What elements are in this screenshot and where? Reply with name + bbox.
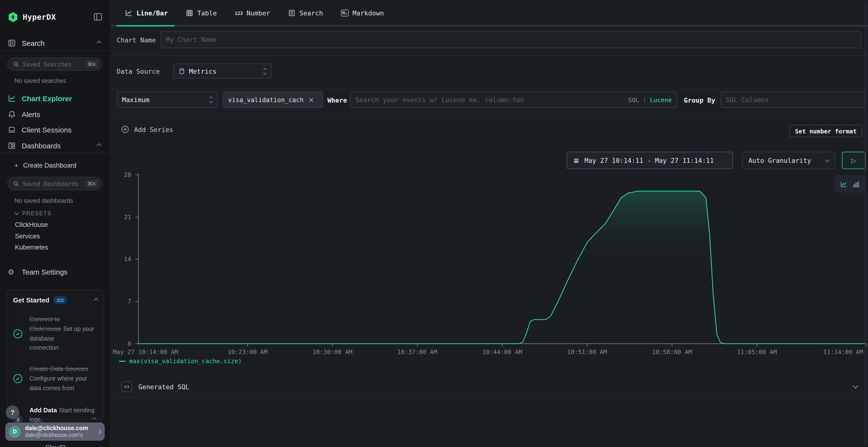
play-icon: ▷: [851, 157, 856, 164]
run-query-button[interactable]: ▷: [842, 152, 866, 169]
calendar-icon: [573, 157, 580, 164]
sidebar: HyperDX Search Saved Searches ⌘K No save…: [0, 0, 111, 447]
help-button[interactable]: ?: [6, 406, 19, 419]
step-title-line: Create Data Sources: [29, 365, 88, 372]
where-label: Where: [328, 96, 347, 104]
sidebar-item-team-settings[interactable]: ⚙ Team Settings: [8, 268, 67, 276]
x-axis-label: 10:44:00 AM: [464, 348, 541, 355]
step-desc-line: Configure where your: [29, 375, 87, 382]
chevron-up-icon[interactable]: [94, 298, 99, 303]
sidebar-item-label: Chart Explorer: [22, 94, 72, 103]
command-k-shortcut: ⌘K: [85, 180, 98, 187]
tab-markdown[interactable]: M↓ Markdown: [341, 9, 384, 17]
arrow-right-icon: →: [90, 413, 97, 421]
search-icon: [13, 61, 19, 67]
aggregation-select[interactable]: Maximum: [117, 92, 217, 108]
user-subtitle: dale@clickhouse.com's: [25, 432, 93, 438]
presets-toggle[interactable]: PRESETS: [15, 210, 51, 216]
collapse-sidebar-icon[interactable]: [93, 12, 103, 22]
user-menu[interactable]: D dale@clickhouse.com dale@clickhouse.co…: [5, 422, 105, 441]
get-started-step-data-sources[interactable]: Create Data Sources Configure where your…: [13, 364, 98, 393]
sidebar-item-client-sessions[interactable]: Client Sessions: [8, 126, 72, 134]
x-axis-label: May 27 10:14:00 AM: [113, 348, 199, 355]
chevron-right-icon: [97, 429, 101, 434]
legend-series-name: max(visa_validation_cache.size): [129, 357, 242, 365]
get-started-card: Get Started 2/3 Connect toClickHouse Set…: [7, 289, 104, 420]
sidebar-item-alerts[interactable]: Alerts: [8, 110, 40, 118]
create-dashboard-button[interactable]: + Create Dashboard: [14, 162, 76, 169]
step-desc-line: data comes from: [29, 385, 74, 391]
aggregation-value: Maximum: [122, 96, 150, 104]
tab-label: Line/Bar: [136, 9, 168, 17]
chart-name-label: Chart Name: [117, 36, 156, 44]
presets-label: PRESETS: [22, 210, 51, 216]
brand[interactable]: HyperDX: [8, 11, 56, 23]
granularity-select[interactable]: Auto Granularity: [742, 152, 835, 169]
y-axis-label: 7: [115, 298, 131, 305]
preset-clickhouse[interactable]: ClickHouse: [15, 221, 48, 228]
no-saved-dashboards-note: No saved dashboards: [14, 198, 73, 204]
preset-services[interactable]: Services: [15, 233, 40, 240]
tab-table[interactable]: Table: [186, 9, 217, 17]
search-icon: [13, 180, 19, 187]
generated-sql-accordion[interactable]: Generated SQL: [111, 376, 868, 397]
sidebar-section-search[interactable]: Search: [8, 39, 44, 47]
x-axis-label: 11:14:00 AM: [786, 348, 863, 355]
set-number-format-button[interactable]: Set number format: [789, 125, 862, 137]
select-updown-icon: [210, 97, 212, 103]
tab-search[interactable]: Search: [288, 9, 323, 17]
sidebar-item-label: Dashboards: [22, 142, 61, 150]
legend-line-swatch: [119, 360, 125, 362]
saved-searches-input[interactable]: Saved Searches ⌘K: [7, 57, 102, 71]
data-source-select[interactable]: Metrics: [173, 64, 272, 78]
active-tab-underline: [117, 25, 175, 27]
saved-dashboards-input[interactable]: Saved Dashboards ⌘K: [7, 177, 102, 190]
chart-name-input[interactable]: [166, 36, 856, 43]
tab-line-bar[interactable]: Line/Bar: [125, 9, 168, 17]
data-source-value: Metrics: [189, 67, 217, 75]
step-title-line: Add Data: [29, 406, 57, 414]
group-by-input-wrap: [720, 92, 866, 108]
chevron-up-icon: [97, 143, 101, 148]
vertical-scrollbar[interactable]: [864, 2, 866, 445]
x-axis-label: 10:37:00 AM: [379, 348, 456, 355]
chart-name-input-wrap: [161, 31, 861, 48]
gear-icon: ⚙: [8, 268, 16, 276]
tab-number[interactable]: 123 Number: [235, 9, 270, 17]
generated-sql-label: Generated SQL: [138, 383, 189, 390]
timeseries-chart[interactable]: [134, 171, 868, 351]
get-started-step-connect[interactable]: Connect toClickHouse Set up your databas…: [13, 314, 98, 353]
where-input[interactable]: [355, 96, 624, 104]
laptop-icon: [8, 126, 16, 134]
preset-kubernetes[interactable]: Kubernetes: [15, 244, 48, 251]
step-desc-line: connection: [29, 345, 59, 351]
main-content: Line/Bar Table 123 Number Search: [111, 0, 868, 447]
search-section-icon: [8, 39, 16, 47]
select-updown-icon: [264, 68, 266, 74]
hyperdx-logo-icon: [8, 11, 18, 23]
close-icon[interactable]: [308, 97, 314, 102]
sidebar-item-label: Team Settings: [22, 268, 67, 276]
add-series-label: Add Series: [134, 126, 173, 133]
chart-line-icon: [125, 9, 133, 17]
get-started-title: Get Started: [13, 296, 50, 304]
chevron-down-icon: [825, 157, 830, 162]
create-dashboard-label: Create Dashboard: [23, 162, 76, 169]
command-k-shortcut: ⌘K: [85, 60, 98, 68]
chevron-down-icon: [853, 383, 858, 388]
markdown-icon: M↓: [341, 10, 349, 16]
sidebar-item-dashboards[interactable]: Dashboards: [8, 142, 61, 150]
avatar: D: [9, 425, 21, 438]
sidebar-item-chart-explorer[interactable]: Chart Explorer: [8, 94, 72, 103]
x-axis-label: 10:23:00 AM: [209, 348, 286, 355]
query-language-toggle[interactable]: SQL | Lucene: [628, 96, 672, 103]
add-series-button[interactable]: Add Series: [121, 125, 173, 133]
date-range-picker[interactable]: May 27 10:14:11 - May 27 11:14:11: [567, 152, 733, 169]
group-by-label: Group By: [684, 96, 715, 104]
group-by-input[interactable]: [726, 96, 860, 104]
date-range-value: May 27 10:14:11 - May 27 11:14:11: [585, 157, 714, 164]
metric-tag-chip[interactable]: visa_validation_cach: [223, 92, 323, 108]
table-icon: [186, 9, 193, 17]
plus-circle-icon: [121, 125, 129, 133]
plus-icon: +: [14, 162, 18, 169]
